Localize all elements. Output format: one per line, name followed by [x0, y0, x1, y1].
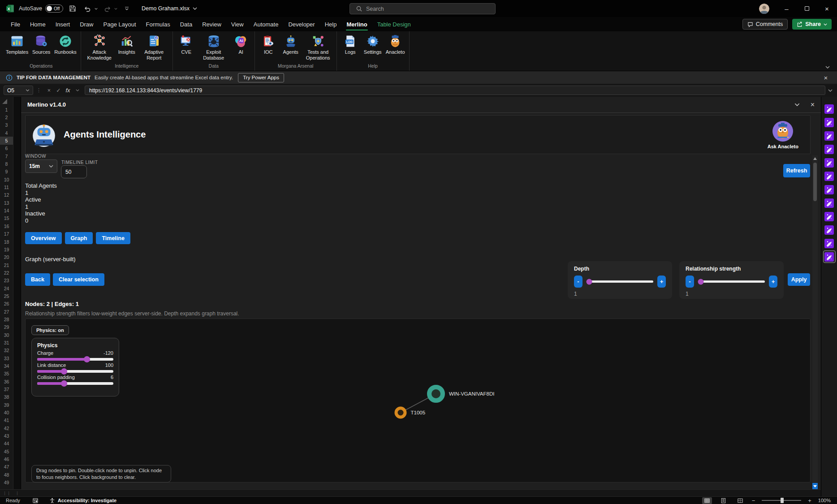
row-header-3[interactable]: 3	[0, 121, 13, 129]
row-header-8[interactable]: 8	[0, 160, 13, 168]
row-header-12[interactable]: 12	[0, 191, 13, 199]
tab-page-layout[interactable]: Page Layout	[99, 17, 141, 31]
user-avatar[interactable]	[759, 4, 769, 14]
row-header-34[interactable]: 34	[0, 362, 13, 370]
view-tab-overview[interactable]: Overview	[25, 232, 62, 244]
sidebar-merlino-addin-icon[interactable]	[823, 156, 836, 169]
ribbon-button-sources[interactable]: Sources	[30, 34, 52, 56]
refresh-button[interactable]: Refresh	[783, 164, 810, 177]
row-header-43[interactable]: 43	[0, 432, 13, 439]
maximize-button[interactable]	[797, 0, 817, 17]
row-header-7[interactable]: 7	[0, 152, 13, 160]
collapse-ribbon-chevron-icon[interactable]	[825, 66, 830, 69]
row-header-24[interactable]: 24	[0, 284, 13, 292]
ribbon-button-ioc[interactable]: IOC	[257, 34, 280, 56]
ribbon-button-settings[interactable]: Settings	[362, 34, 384, 56]
tab-home[interactable]: Home	[25, 17, 51, 31]
scroll-up-arrow-icon[interactable]	[813, 157, 817, 160]
row-header-17[interactable]: 17	[0, 230, 13, 238]
sidebar-merlino-addin-icon[interactable]	[823, 143, 836, 155]
row-header-23[interactable]: 23	[0, 277, 13, 284]
physics-toggle-badge[interactable]: Physics: on	[31, 325, 69, 335]
row-header-14[interactable]: 14	[0, 207, 13, 214]
quick-access-customize-icon[interactable]	[121, 3, 132, 14]
name-box-chevron-icon[interactable]	[26, 89, 30, 91]
expand-formula-bar-chevron-icon[interactable]	[828, 89, 833, 92]
tab-developer[interactable]: Developer	[283, 17, 319, 31]
graph-node-win-vganivaf8di[interactable]	[429, 387, 443, 401]
clear-selection-button[interactable]: Clear selection	[53, 273, 104, 286]
ribbon-button-tests-and-operations[interactable]: Tests and Operations	[302, 34, 334, 61]
select-all-corner[interactable]	[2, 99, 7, 104]
filter-slider[interactable]	[587, 280, 653, 283]
search-box[interactable]	[349, 3, 496, 14]
physics-slider-thumb[interactable]	[61, 368, 67, 375]
tab-automate[interactable]: Automate	[249, 17, 284, 31]
ribbon-button-adaptive-report[interactable]: Adaptive Report	[138, 34, 170, 61]
filter-slider-thumb[interactable]	[586, 279, 592, 284]
row-header-19[interactable]: 19	[0, 246, 13, 253]
row-header-40[interactable]: 40	[0, 409, 13, 416]
ribbon-button-cve[interactable]: CVE	[175, 34, 198, 56]
row-header-26[interactable]: 26	[0, 300, 13, 308]
tip-close-icon[interactable]: ×	[820, 71, 832, 84]
zoom-in-icon[interactable]: +	[808, 497, 811, 504]
anacleto-owl-avatar[interactable]	[772, 121, 794, 142]
row-header-21[interactable]: 21	[0, 261, 13, 269]
apply-button[interactable]: Apply	[788, 273, 810, 286]
row-header-41[interactable]: 41	[0, 417, 13, 424]
tab-file[interactable]: File	[6, 17, 25, 31]
function-chevron-icon[interactable]	[73, 86, 81, 95]
ribbon-button-logs[interactable]: LOGLogs	[339, 34, 362, 56]
name-box[interactable]: O5	[4, 86, 33, 95]
row-header-38[interactable]: 38	[0, 393, 13, 401]
timeline-limit-input[interactable]	[61, 165, 87, 178]
row-header-45[interactable]: 45	[0, 448, 13, 455]
row-header-18[interactable]: 18	[0, 238, 13, 246]
tab-draw[interactable]: Draw	[75, 17, 98, 31]
row-header-13[interactable]: 13	[0, 199, 13, 207]
row-header-31[interactable]: 31	[0, 339, 13, 346]
scroll-down-button[interactable]	[812, 483, 818, 489]
ribbon-button-anacleto[interactable]: Anacleto	[384, 34, 407, 56]
physics-slider-track[interactable]	[37, 370, 113, 373]
row-header-47[interactable]: 47	[0, 463, 13, 471]
sidebar-merlino-addin-icon[interactable]	[823, 250, 836, 263]
tab-help[interactable]: Help	[320, 17, 342, 31]
sidebar-merlino-addin-icon[interactable]	[823, 170, 836, 182]
graph-node-t1005[interactable]	[396, 408, 405, 417]
filter-slider-thumb[interactable]	[698, 279, 703, 284]
increment-button[interactable]: +	[657, 276, 666, 288]
row-header-32[interactable]: 32	[0, 347, 13, 354]
sidebar-merlino-addin-icon[interactable]	[823, 183, 836, 196]
tab-review[interactable]: Review	[197, 17, 226, 31]
row-header-27[interactable]: 27	[0, 308, 13, 315]
tab-merlino[interactable]: Merlino	[341, 17, 372, 31]
row-header-4[interactable]: 4	[0, 129, 13, 137]
view-tab-graph[interactable]: Graph	[65, 232, 93, 244]
row-header-35[interactable]: 35	[0, 370, 13, 378]
undo-button[interactable]	[82, 3, 93, 14]
row-header-1[interactable]: 1	[0, 106, 13, 113]
row-header-5[interactable]: 5	[0, 137, 13, 144]
sidebar-merlino-addin-icon[interactable]	[823, 197, 836, 209]
try-power-apps-button[interactable]: Try Power Apps	[238, 73, 284, 82]
insert-function-icon[interactable]: fx	[64, 86, 72, 95]
normal-view-icon[interactable]	[702, 497, 712, 504]
sidebar-merlino-addin-icon[interactable]	[823, 237, 836, 250]
zoom-slider[interactable]	[762, 500, 801, 501]
row-header-33[interactable]: 33	[0, 354, 13, 362]
tab-view[interactable]: View	[226, 17, 249, 31]
pane-collapse-chevron-icon[interactable]	[794, 103, 800, 106]
page-break-preview-icon[interactable]	[735, 497, 745, 504]
tab-table-design[interactable]: Table Design	[372, 17, 416, 31]
pane-close-icon[interactable]: ×	[811, 101, 815, 108]
page-layout-view-icon[interactable]	[719, 497, 729, 504]
row-header-9[interactable]: 9	[0, 168, 13, 176]
sheet-tab-grip-icon[interactable]: ⋮⋮	[3, 491, 11, 495]
row-header-48[interactable]: 48	[0, 471, 13, 478]
physics-slider-thumb[interactable]	[84, 356, 90, 362]
row-header-49[interactable]: 49	[0, 479, 13, 487]
tab-insert[interactable]: Insert	[51, 17, 75, 31]
zoom-slider-thumb[interactable]	[781, 498, 784, 503]
